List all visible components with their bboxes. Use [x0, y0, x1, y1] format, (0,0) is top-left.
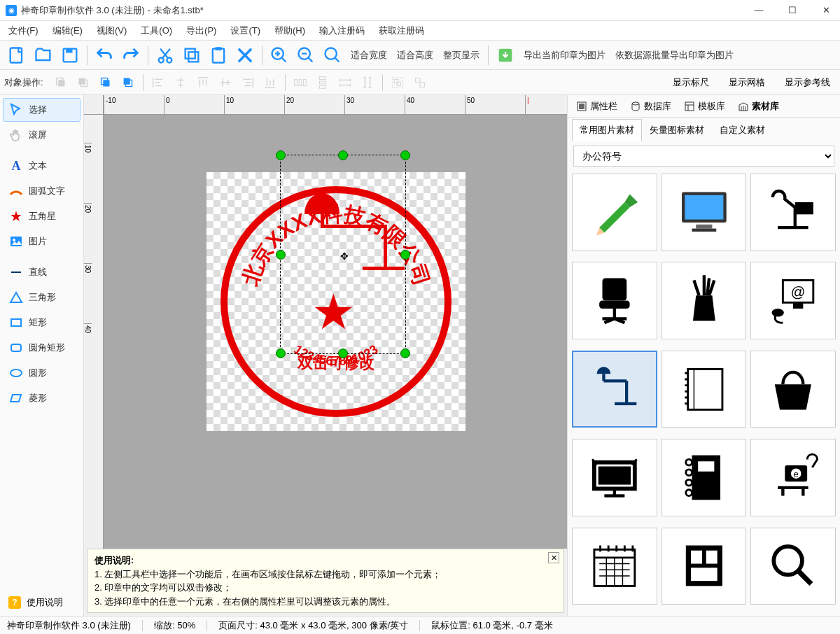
material-penholder[interactable] — [662, 262, 747, 339]
resize-handle-n[interactable] — [338, 150, 348, 160]
align-center-v-icon[interactable] — [215, 72, 236, 93]
resize-handle-nw[interactable] — [276, 150, 286, 160]
tab-materials[interactable]: 素材库 — [735, 97, 782, 115]
redo-button[interactable] — [118, 43, 144, 68]
vertical-ruler[interactable]: 10 20 30 40 — [84, 115, 104, 549]
canvas-area[interactable]: -10 0 10 20 30 40 50 | 10 20 30 40 — [84, 95, 567, 549]
undo-button[interactable] — [92, 43, 117, 68]
tool-arc-text[interactable]: 圆弧文字 — [3, 179, 80, 203]
tool-text[interactable]: A 文本 — [3, 154, 80, 178]
seal-bottom-text[interactable]: 双击可修改 — [220, 353, 451, 374]
distribute-v-icon[interactable] — [312, 72, 333, 93]
material-tablet[interactable]: e — [750, 439, 836, 516]
category-select[interactable]: 办公符号 — [573, 146, 834, 167]
resize-handle-se[interactable] — [400, 348, 410, 358]
show-guides-button[interactable]: 显示参考线 — [779, 73, 836, 92]
resize-handle-sw[interactable] — [276, 348, 286, 358]
minimize-button[interactable]: — — [750, 2, 767, 19]
tool-star[interactable]: ★ 五角星 — [3, 204, 80, 228]
menu-input-reg[interactable]: 输入注册码 — [319, 24, 365, 37]
align-top-icon[interactable] — [192, 72, 214, 93]
same-height-icon[interactable] — [357, 72, 378, 93]
new-button[interactable] — [4, 43, 29, 68]
menu-help[interactable]: 帮助(H) — [274, 24, 305, 37]
tool-pan[interactable]: 滚屏 — [3, 123, 80, 147]
menu-tool[interactable]: 工具(O) — [141, 24, 172, 37]
tool-triangle[interactable]: 三角形 — [3, 286, 80, 309]
tool-round-rect[interactable]: 圆角矩形 — [3, 336, 80, 360]
material-organizer[interactable] — [662, 528, 747, 605]
tab-templates[interactable]: 模板库 — [681, 97, 728, 115]
align-bottom-icon[interactable] — [260, 72, 281, 93]
align-left-icon[interactable] — [148, 72, 169, 93]
distribute-h-icon[interactable] — [290, 72, 311, 93]
fit-width-button[interactable]: 适合宽度 — [346, 46, 391, 64]
zoom-out-button[interactable] — [293, 43, 318, 68]
show-ruler-button[interactable]: 显示标尺 — [667, 73, 715, 92]
tool-line[interactable]: 直线 — [3, 260, 80, 284]
material-pencil[interactable] — [572, 174, 657, 251]
menu-setting[interactable]: 设置(T) — [230, 24, 260, 37]
menu-file[interactable]: 文件(F) — [8, 24, 38, 37]
tool-image[interactable]: 图片 — [3, 230, 80, 253]
cut-button[interactable] — [153, 43, 178, 68]
image-icon — [9, 234, 23, 248]
save-button[interactable] — [57, 43, 83, 68]
fit-height-button[interactable]: 适合高度 — [393, 46, 438, 64]
resize-handle-s[interactable] — [338, 348, 348, 358]
copy-button[interactable] — [179, 43, 204, 68]
ungroup-icon[interactable] — [410, 72, 430, 93]
material-desk-lamp[interactable] — [572, 351, 657, 428]
help-close-button[interactable]: ✕ — [548, 552, 559, 563]
export-icon[interactable] — [493, 43, 518, 68]
mtab-custom[interactable]: 自定义素材 — [712, 119, 773, 141]
maximize-button[interactable]: ☐ — [784, 2, 801, 19]
open-button[interactable] — [31, 43, 56, 68]
material-chair[interactable] — [572, 262, 657, 339]
tool-select[interactable]: 选择 — [3, 98, 80, 122]
bring-front-icon[interactable] — [50, 72, 71, 93]
full-display-button[interactable]: 整页显示 — [439, 46, 484, 64]
zoom-reset-button[interactable] — [320, 43, 345, 68]
align-center-h-icon[interactable] — [170, 72, 191, 93]
selection-box[interactable]: ✥ — [280, 155, 406, 354]
material-basket[interactable] — [750, 351, 836, 428]
tab-database[interactable]: 数据库 — [627, 97, 674, 115]
delete-button[interactable] — [232, 43, 258, 68]
menu-export[interactable]: 导出(P) — [186, 24, 216, 37]
tool-rect[interactable]: 矩形 — [3, 311, 80, 334]
close-button[interactable]: ✕ — [818, 2, 834, 19]
menu-get-reg[interactable]: 获取注册码 — [379, 24, 424, 37]
batch-export-button[interactable]: 依数据源批量导出印章为图片 — [611, 46, 738, 64]
bring-forward-icon[interactable] — [95, 72, 116, 93]
resize-handle-ne[interactable] — [400, 150, 410, 160]
menu-edit[interactable]: 编辑(E) — [52, 24, 83, 37]
material-desk[interactable] — [750, 174, 836, 251]
mtab-common[interactable]: 常用图片素材 — [572, 119, 642, 141]
paste-button[interactable] — [206, 43, 231, 68]
material-notebook[interactable] — [662, 351, 747, 428]
mtab-vector[interactable]: 矢量图标素材 — [642, 119, 712, 141]
material-monitor[interactable] — [662, 174, 747, 251]
menu-view[interactable]: 视图(V) — [97, 24, 127, 37]
send-back-icon[interactable] — [73, 72, 94, 93]
group-icon[interactable] — [387, 72, 408, 93]
resize-handle-e[interactable] — [400, 250, 410, 260]
tab-properties[interactable]: 属性栏 — [573, 97, 620, 115]
export-current-button[interactable]: 导出当前印章为图片 — [519, 46, 610, 64]
tool-parallelogram[interactable]: 菱形 — [3, 386, 80, 410]
material-magnifier[interactable] — [750, 528, 836, 605]
material-monitor-stand[interactable] — [572, 439, 657, 516]
same-width-icon[interactable] — [335, 72, 356, 93]
horizontal-ruler[interactable]: -10 0 10 20 30 40 50 | — [104, 95, 567, 115]
material-calendar[interactable] — [572, 528, 657, 605]
material-binder[interactable] — [662, 439, 747, 516]
help-button[interactable]: ? 使用说明 — [3, 592, 80, 613]
zoom-in-button[interactable] — [267, 43, 292, 68]
show-grid-button[interactable]: 显示网格 — [723, 73, 771, 92]
resize-handle-w[interactable] — [276, 250, 286, 260]
tool-ellipse[interactable]: 圆形 — [3, 361, 80, 385]
send-backward-icon[interactable] — [118, 72, 139, 93]
material-computer-at[interactable]: @ — [750, 262, 836, 339]
align-right-icon[interactable] — [237, 72, 258, 93]
